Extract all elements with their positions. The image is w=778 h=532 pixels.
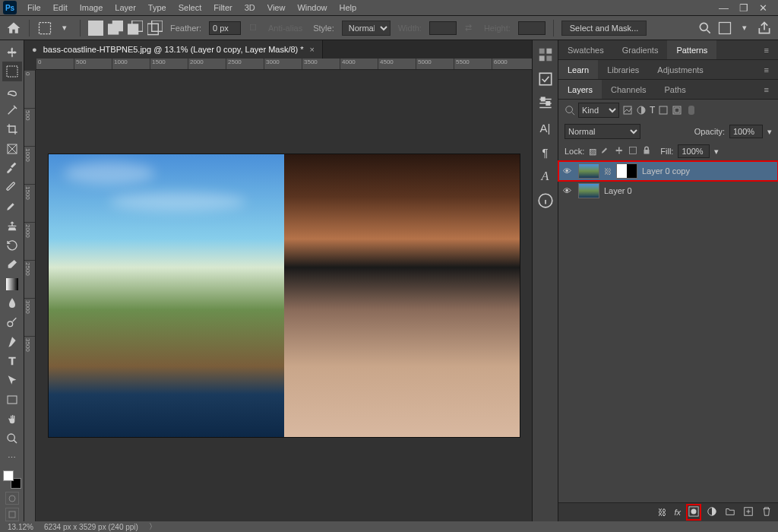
menu-layer[interactable]: Layer — [109, 1, 142, 14]
window-minimize-icon[interactable]: — — [719, 2, 729, 14]
color-swatches[interactable] — [3, 470, 21, 488]
chevron-down-icon[interactable]: ▾ — [714, 147, 719, 157]
healing-brush-tool[interactable] — [2, 178, 22, 197]
window-maximize-icon[interactable]: ❐ — [739, 2, 748, 14]
style-select[interactable]: Normal — [342, 21, 391, 36]
share-icon[interactable] — [757, 21, 772, 36]
home-icon[interactable] — [6, 21, 21, 36]
layer-name[interactable]: Layer 0 copy — [642, 166, 690, 176]
tab-paths[interactable]: Paths — [656, 80, 695, 99]
search-icon[interactable] — [565, 105, 575, 116]
edit-toolbar-icon[interactable]: ⋯ — [2, 448, 22, 467]
group-icon[interactable] — [725, 506, 735, 518]
canvas[interactable] — [36, 70, 532, 521]
pen-tool[interactable] — [2, 332, 22, 351]
workspace-chevron-icon[interactable]: ▾ — [737, 21, 752, 36]
glyphs-panel-icon[interactable]: A — [537, 168, 554, 185]
info-panel-icon[interactable] — [537, 192, 554, 209]
layer-style-icon[interactable]: fx — [674, 508, 681, 517]
dodge-tool[interactable] — [2, 313, 22, 332]
visibility-toggle-icon[interactable]: 👁 — [563, 166, 574, 176]
history-panel-icon[interactable] — [537, 71, 554, 87]
eyedropper-tool[interactable] — [2, 159, 22, 178]
color-panel-icon[interactable] — [537, 46, 554, 63]
history-brush-tool[interactable] — [2, 236, 22, 255]
menu-3d[interactable]: 3D — [239, 1, 261, 14]
hand-tool[interactable] — [2, 410, 22, 429]
menu-window[interactable]: Window — [291, 1, 333, 14]
move-tool[interactable] — [2, 43, 22, 62]
zoom-tool[interactable] — [2, 429, 22, 448]
feather-input[interactable] — [209, 21, 241, 35]
lock-position-icon[interactable] — [601, 146, 610, 157]
close-tab-icon[interactable]: × — [310, 45, 315, 54]
tab-layers[interactable]: Layers — [558, 80, 602, 99]
rectangle-tool[interactable] — [2, 391, 22, 410]
path-selection-tool[interactable] — [2, 371, 22, 390]
tab-gradients[interactable]: Gradients — [613, 40, 668, 59]
menu-file[interactable]: File — [21, 1, 47, 14]
selection-subtract-icon[interactable] — [128, 21, 143, 36]
layer-thumbnail[interactable] — [578, 163, 599, 179]
screen-mode-icon[interactable] — [5, 508, 19, 521]
chevron-down-icon[interactable]: ▾ — [57, 21, 72, 36]
layer-mask-thumbnail[interactable] — [616, 163, 637, 179]
layer-row[interactable]: 👁 Layer 0 — [558, 181, 778, 201]
panel-menu-icon[interactable]: ≡ — [755, 60, 778, 79]
lock-move-icon[interactable] — [615, 146, 624, 157]
selection-intersect-icon[interactable] — [147, 21, 163, 36]
opacity-input[interactable] — [729, 125, 763, 138]
tab-adjustments[interactable]: Adjustments — [648, 60, 713, 79]
select-and-mask-button[interactable]: Select and Mask... — [561, 21, 647, 36]
adjustment-layer-icon[interactable] — [707, 506, 717, 518]
type-tool[interactable] — [2, 352, 22, 371]
layer-thumbnail[interactable] — [578, 183, 599, 198]
layer-name[interactable]: Layer 0 — [604, 186, 632, 195]
lasso-tool[interactable] — [2, 81, 22, 100]
menu-edit[interactable]: Edit — [47, 1, 74, 14]
delete-layer-icon[interactable] — [761, 506, 772, 518]
layer-kind-select[interactable]: Kind — [578, 103, 619, 118]
properties-panel-icon[interactable] — [537, 95, 554, 112]
paragraph-panel-icon[interactable]: ¶ — [537, 144, 554, 160]
selection-add-icon[interactable] — [108, 21, 123, 36]
filter-shape-icon[interactable] — [658, 105, 669, 116]
marquee-tool[interactable] — [2, 62, 22, 81]
chevron-down-icon[interactable]: ▾ — [767, 127, 772, 137]
panel-menu-icon[interactable]: ≡ — [755, 40, 778, 59]
frame-tool[interactable] — [2, 139, 22, 158]
crop-tool[interactable] — [2, 120, 22, 139]
clone-stamp-tool[interactable] — [2, 217, 22, 236]
mask-link-icon[interactable]: ⛓ — [604, 167, 612, 176]
add-mask-icon[interactable] — [688, 506, 699, 518]
menu-filter[interactable]: Filter — [207, 1, 238, 14]
lock-pixels-icon[interactable]: ▨ — [589, 147, 596, 157]
blur-tool[interactable] — [2, 293, 22, 312]
menu-help[interactable]: Help — [334, 1, 363, 14]
menu-select[interactable]: Select — [172, 1, 208, 14]
fill-input[interactable] — [678, 144, 710, 158]
filter-toggle[interactable] — [688, 106, 694, 115]
filter-pixel-icon[interactable] — [622, 105, 633, 116]
link-layers-icon[interactable]: ⛓ — [658, 508, 666, 517]
panel-menu-icon[interactable]: ≡ — [755, 80, 778, 99]
tab-learn[interactable]: Learn — [558, 60, 598, 79]
menu-view[interactable]: View — [261, 1, 292, 14]
tab-swatches[interactable]: Swatches — [558, 40, 613, 59]
selection-new-icon[interactable] — [88, 21, 103, 36]
visibility-toggle-icon[interactable]: 👁 — [563, 186, 574, 195]
filter-type-icon[interactable]: T — [650, 105, 655, 116]
character-panel-icon[interactable]: A| — [537, 119, 554, 136]
chevron-right-icon[interactable]: 〉 — [149, 521, 157, 532]
doc-info[interactable]: 6234 px x 3529 px (240 ppi) — [44, 523, 138, 531]
frame-icon[interactable] — [717, 21, 732, 36]
filter-smart-icon[interactable] — [672, 105, 682, 116]
zoom-display[interactable]: 13.12% — [8, 523, 33, 531]
lock-artboard-icon[interactable] — [628, 146, 637, 157]
layer-row[interactable]: 👁 ⛓ Layer 0 copy — [558, 161, 778, 181]
tab-patterns[interactable]: Patterns — [667, 40, 716, 59]
window-close-icon[interactable]: ✕ — [759, 2, 767, 14]
menu-image[interactable]: Image — [74, 1, 109, 14]
tab-channels[interactable]: Channels — [602, 80, 655, 99]
quick-mask-icon[interactable] — [5, 492, 19, 505]
